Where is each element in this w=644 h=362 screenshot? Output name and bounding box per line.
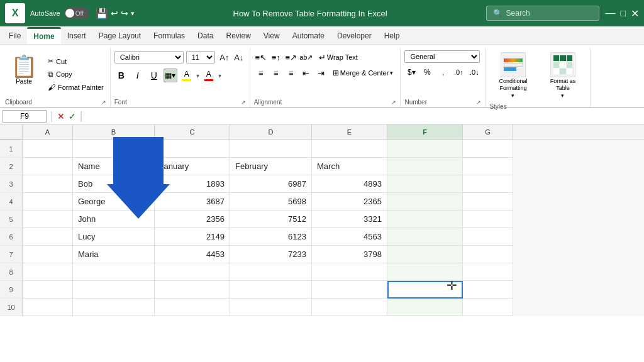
cell-b8[interactable] — [73, 263, 155, 281]
fill-color-button[interactable]: A — [180, 69, 194, 82]
cell-a2[interactable] — [23, 158, 73, 175]
orientation-btn[interactable]: ab↗ — [299, 50, 313, 64]
italic-button[interactable]: I — [131, 69, 145, 82]
cell-g7[interactable] — [463, 246, 513, 263]
col-header-e[interactable]: E — [312, 124, 387, 140]
bold-button[interactable]: B — [114, 69, 128, 82]
conditional-formatting-btn[interactable]: Conditional Formatting ▾ — [489, 49, 536, 102]
font-dialog-icon[interactable]: ↗ — [241, 99, 246, 106]
cell-c3[interactable]: 1893 — [155, 175, 230, 193]
cut-button[interactable]: ✂ Cut — [45, 56, 106, 67]
cell-d4[interactable]: 5698 — [230, 193, 312, 211]
window-minimize[interactable]: — — [606, 8, 616, 19]
cell-b1[interactable] — [73, 140, 155, 158]
formula-input[interactable] — [86, 112, 641, 121]
format-table-dropdown[interactable]: ▾ — [561, 92, 564, 99]
cell-c1[interactable] — [155, 140, 230, 158]
cell-e6[interactable]: 4563 — [312, 228, 387, 246]
format-painter-button[interactable]: 🖌 Format Painter — [45, 82, 106, 93]
conditional-dropdown[interactable]: ▾ — [511, 92, 514, 99]
tab-view[interactable]: View — [257, 28, 286, 43]
cell-c8[interactable] — [155, 263, 230, 281]
cell-d2[interactable]: February — [230, 158, 312, 175]
cell-a6[interactable] — [23, 228, 73, 246]
tab-file[interactable]: File — [3, 28, 27, 43]
cell-d6[interactable]: 6123 — [230, 228, 312, 246]
align-top-center[interactable]: ≡↑ — [269, 50, 283, 64]
align-left[interactable]: ≡ — [254, 66, 268, 80]
cell-g1[interactable] — [463, 140, 513, 158]
cell-g5[interactable] — [463, 211, 513, 228]
tab-formulas[interactable]: Formulas — [147, 28, 191, 43]
format-table-btn[interactable]: Format as Table ▾ — [539, 49, 586, 102]
cell-a3[interactable] — [23, 175, 73, 193]
cell-f3[interactable] — [387, 175, 463, 193]
copy-button[interactable]: ⧉ Copy — [45, 69, 106, 80]
cell-d1[interactable] — [230, 140, 312, 158]
cell-c10[interactable] — [155, 299, 230, 316]
tab-help[interactable]: Help — [378, 28, 406, 43]
comma-btn[interactable]: , — [436, 65, 450, 79]
window-maximize[interactable]: □ — [621, 8, 626, 18]
cell-b3[interactable]: Bob — [73, 175, 155, 193]
cell-f2[interactable] — [387, 158, 463, 175]
row-3[interactable]: 3 — [0, 175, 23, 193]
cell-g2[interactable] — [463, 158, 513, 175]
redo-icon[interactable]: ↪ — [121, 8, 128, 18]
align-top-right[interactable]: ≡↗ — [284, 50, 298, 64]
cell-g9[interactable] — [463, 281, 513, 299]
confirm-formula-btn[interactable]: ✓ — [69, 111, 76, 121]
borders-button[interactable]: ▦▾ — [164, 69, 177, 82]
cell-f6[interactable] — [387, 228, 463, 246]
autosave-toggle[interactable]: Off — [64, 8, 89, 19]
cell-f7[interactable] — [387, 246, 463, 263]
col-header-b[interactable]: B — [73, 124, 155, 140]
font-color-dropdown[interactable]: ▾ — [218, 72, 221, 79]
cell-a8[interactable] — [23, 263, 73, 281]
indent-increase[interactable]: ⇥ — [314, 66, 328, 80]
cell-c5[interactable]: 2356 — [155, 211, 230, 228]
alignment-dialog-icon[interactable]: ↗ — [391, 99, 396, 106]
cell-e5[interactable]: 3321 — [312, 211, 387, 228]
number-format-select[interactable]: General — [404, 50, 480, 63]
cell-c6[interactable]: 2149 — [155, 228, 230, 246]
cell-a4[interactable] — [23, 193, 73, 211]
cell-f5[interactable] — [387, 211, 463, 228]
percent-btn[interactable]: % — [420, 65, 434, 79]
tab-developer[interactable]: Developer — [331, 28, 378, 43]
cell-e8[interactable] — [312, 263, 387, 281]
col-header-g[interactable]: G — [463, 124, 513, 140]
indent-decrease[interactable]: ⇤ — [299, 66, 313, 80]
row-10[interactable]: 10 — [0, 299, 23, 316]
search-input[interactable] — [506, 9, 582, 18]
cell-f1[interactable] — [387, 140, 463, 158]
row-6[interactable]: 6 — [0, 228, 23, 246]
tab-page-layout[interactable]: Page Layout — [92, 28, 147, 43]
cell-d8[interactable] — [230, 263, 312, 281]
cell-c9[interactable] — [155, 281, 230, 299]
cell-c2[interactable]: January — [155, 158, 230, 175]
cell-f10[interactable] — [387, 299, 463, 316]
tab-review[interactable]: Review — [219, 28, 257, 43]
cell-a5[interactable] — [23, 211, 73, 228]
clipboard-dialog-icon[interactable]: ↗ — [101, 99, 106, 106]
cell-a1[interactable] — [23, 140, 73, 158]
cell-g8[interactable] — [463, 263, 513, 281]
cell-f9-selected[interactable]: ✛ — [387, 281, 463, 299]
font-size-select[interactable]: 11 — [186, 51, 215, 63]
cell-d7[interactable]: 7233 — [230, 246, 312, 263]
cell-c7[interactable]: 4453 — [155, 246, 230, 263]
cell-e4[interactable]: 2365 — [312, 193, 387, 211]
increase-decimal-btn[interactable]: .0↑ — [452, 65, 465, 79]
cell-b9[interactable] — [73, 281, 155, 299]
currency-btn[interactable]: $▾ — [404, 65, 418, 79]
font-color-button[interactable]: A — [202, 69, 216, 82]
underline-button[interactable]: U — [147, 69, 161, 82]
font-name-select[interactable]: Calibri — [114, 51, 184, 63]
number-dialog-icon[interactable]: ↗ — [476, 99, 481, 106]
col-header-c[interactable]: C — [155, 124, 230, 140]
align-center[interactable]: ≡ — [269, 66, 283, 80]
fill-color-dropdown[interactable]: ▾ — [196, 72, 199, 79]
cell-e1[interactable] — [312, 140, 387, 158]
decrease-font-btn[interactable]: A↓ — [232, 50, 246, 64]
